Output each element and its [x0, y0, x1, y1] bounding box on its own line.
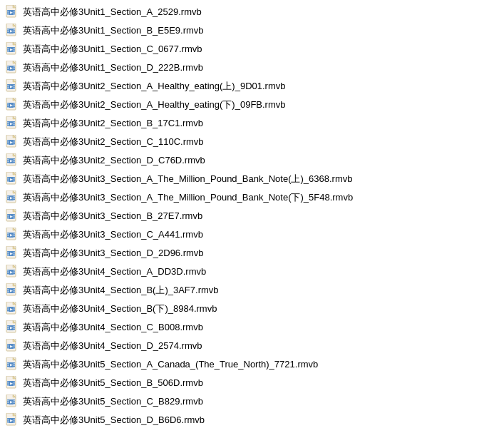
file-type-icon: [6, 413, 19, 427]
svg-rect-205: [14, 345, 15, 346]
svg-rect-97: [14, 163, 15, 164]
svg-rect-169: [8, 289, 9, 290]
list-item[interactable]: 英语高中必修3Unit4_Section_D_2574.rmvb: [0, 337, 499, 355]
svg-rect-31: [14, 51, 15, 53]
svg-rect-196: [14, 330, 15, 331]
svg-rect-9: [14, 14, 15, 16]
list-item[interactable]: 英语高中必修3Unit1_Section_D_222B.rmvb: [0, 58, 499, 77]
svg-rect-181: [8, 310, 9, 311]
svg-rect-61: [8, 107, 9, 108]
file-type-icon: [6, 265, 19, 279]
svg-rect-249: [14, 419, 15, 420]
file-name-label: 英语高中必修3Unit2_Section_A_Healthy_eating(上)…: [23, 80, 286, 93]
list-item[interactable]: 英语高中必修3Unit5_Section_A_Canada_(The_True_…: [0, 355, 499, 374]
svg-rect-64: [14, 107, 15, 108]
list-item[interactable]: 英语高中必修3Unit2_Section_B_17C1.rmvb: [0, 114, 499, 133]
svg-rect-147: [8, 252, 9, 253]
file-type-icon: [6, 357, 19, 372]
svg-rect-171: [8, 292, 9, 294]
svg-rect-62: [14, 103, 15, 105]
svg-rect-42: [14, 70, 15, 71]
file-name-label: 英语高中必修3Unit4_Section_C_B008.rmvb: [23, 321, 203, 334]
file-name-label: 英语高中必修3Unit3_Section_B_27E7.rmvb: [23, 210, 202, 223]
list-item[interactable]: 英语高中必修3Unit1_Section_C_0677.rmvb: [0, 40, 499, 58]
svg-rect-51: [14, 85, 15, 86]
list-item[interactable]: 英语高中必修3Unit2_Section_A_Healthy_eating(上)…: [0, 77, 499, 96]
list-item[interactable]: 英语高中必修3Unit2_Section_A_Healthy_eating(下)…: [0, 96, 499, 114]
file-type-icon: [6, 339, 19, 353]
svg-rect-206: [14, 347, 15, 348]
list-item[interactable]: 英语高中必修3Unit3_Section_B_27E7.rmvb: [0, 207, 499, 225]
svg-rect-38: [8, 68, 9, 70]
svg-rect-240: [14, 404, 15, 405]
file-type-icon: [6, 394, 19, 409]
svg-rect-148: [8, 254, 9, 255]
svg-rect-83: [8, 144, 9, 146]
list-item[interactable]: 英语高中必修3Unit3_Section_A_The_Million_Pound…: [0, 170, 499, 188]
svg-rect-4: [8, 11, 9, 12]
file-type-icon: [6, 135, 19, 149]
svg-rect-174: [14, 292, 15, 294]
svg-rect-162: [14, 273, 15, 274]
svg-rect-250: [14, 421, 15, 422]
svg-rect-59: [8, 103, 9, 105]
svg-rect-251: [14, 422, 15, 424]
svg-rect-247: [8, 421, 9, 422]
svg-rect-184: [14, 310, 15, 311]
svg-rect-159: [8, 273, 9, 274]
file-type-icon: [6, 79, 19, 93]
svg-rect-119: [14, 200, 15, 201]
svg-rect-103: [8, 178, 9, 179]
file-type-icon: [6, 376, 19, 390]
svg-rect-27: [8, 50, 9, 51]
svg-rect-125: [8, 215, 9, 216]
list-item[interactable]: 英语高中必修3Unit3_Section_D_2D96.rmvb: [0, 244, 499, 263]
svg-rect-149: [8, 255, 9, 257]
svg-rect-73: [14, 122, 15, 123]
file-type-icon: [6, 228, 19, 242]
file-name-label: 英语高中必修3Unit5_Section_D_B6D6.rmvb: [23, 414, 205, 427]
svg-rect-238: [14, 400, 15, 402]
svg-rect-106: [14, 178, 15, 179]
svg-rect-41: [14, 68, 15, 70]
svg-rect-138: [8, 237, 9, 238]
list-item[interactable]: 英语高中必修3Unit5_Section_D_B6D6.rmvb: [0, 411, 499, 429]
list-item[interactable]: 英语高中必修3Unit2_Section_C_110C.rmvb: [0, 133, 499, 151]
svg-rect-213: [8, 363, 9, 365]
file-type-icon: [6, 5, 19, 19]
svg-rect-194: [14, 326, 15, 327]
file-type-icon: [6, 320, 19, 335]
file-name-label: 英语高中必修3Unit4_Section_A_DD3D.rmvb: [23, 265, 206, 278]
list-item[interactable]: 英语高中必修3Unit5_Section_B_506D.rmvb: [0, 374, 499, 392]
list-item[interactable]: 英语高中必修3Unit1_Section_A_2529.rmvb: [0, 3, 499, 21]
svg-rect-20: [14, 33, 15, 34]
svg-rect-104: [8, 180, 9, 181]
list-item[interactable]: 英语高中必修3Unit3_Section_A_The_Million_Pound…: [0, 188, 499, 207]
svg-rect-192: [8, 328, 9, 330]
svg-rect-18: [14, 29, 15, 31]
svg-rect-60: [8, 106, 9, 107]
list-item[interactable]: 英语高中必修3Unit5_Section_C_B829.rmvb: [0, 392, 499, 411]
svg-rect-72: [8, 126, 9, 127]
file-type-icon: [6, 98, 19, 112]
svg-rect-183: [14, 307, 15, 309]
list-item[interactable]: 英语高中必修3Unit4_Section_B(上)_3AF7.rmvb: [0, 281, 499, 300]
svg-rect-215: [8, 367, 9, 368]
list-item[interactable]: 英语高中必修3Unit4_Section_A_DD3D.rmvb: [0, 263, 499, 281]
svg-rect-49: [8, 87, 9, 88]
list-item[interactable]: 英语高中必修3Unit4_Section_C_B008.rmvb: [0, 318, 499, 337]
list-item[interactable]: 英语高中必修3Unit4_Section_B(下)_8984.rmvb: [0, 300, 499, 318]
svg-rect-126: [8, 217, 9, 218]
svg-rect-108: [14, 181, 15, 183]
list-item[interactable]: 英语高中必修3Unit1_Section_B_E5E9.rmvb: [0, 21, 499, 40]
svg-rect-246: [8, 419, 9, 420]
list-item[interactable]: 英语高中必修3Unit3_Section_C_A441.rmvb: [0, 225, 499, 244]
svg-rect-204: [8, 348, 9, 350]
file-name-label: 英语高中必修3Unit1_Section_A_2529.rmvb: [23, 6, 202, 19]
list-item[interactable]: 英语高中必修3Unit2_Section_D_C76D.rmvb: [0, 151, 499, 170]
svg-rect-75: [14, 126, 15, 127]
file-type-icon: [6, 116, 19, 131]
svg-rect-170: [8, 291, 9, 292]
file-name-label: 英语高中必修3Unit2_Section_C_110C.rmvb: [23, 136, 204, 148]
svg-rect-70: [8, 122, 9, 123]
